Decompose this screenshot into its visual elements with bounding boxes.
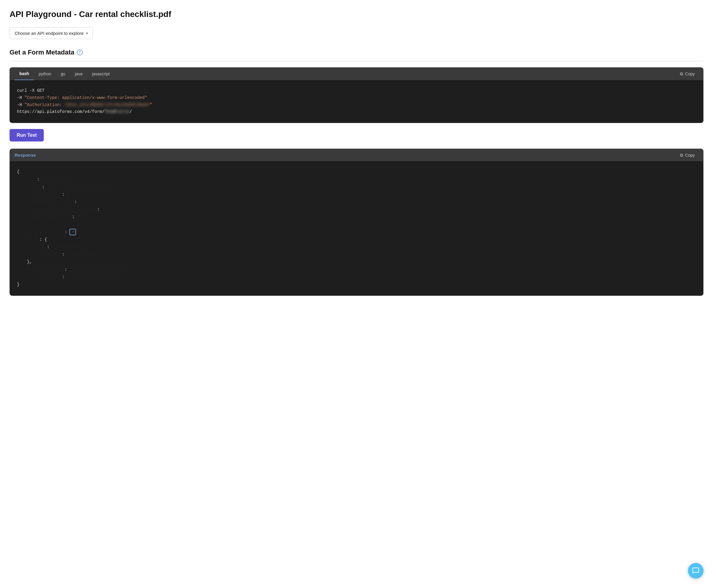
endpoint-selector-label: Choose an API endpoint to explore bbox=[15, 31, 84, 36]
response-line-pdf-open: "pdf": { bbox=[17, 236, 696, 243]
response-line-pdf-id: "id": "pdB8cprxw9", bbox=[17, 243, 696, 251]
copy-response-button[interactable]: ⧉ Copy bbox=[676, 150, 698, 160]
copy-code-button[interactable]: ⧉ Copy bbox=[676, 69, 698, 79]
external-link-icon[interactable]: ↗ bbox=[69, 229, 76, 235]
chat-icon bbox=[692, 567, 699, 574]
tab-bash[interactable]: bash bbox=[15, 68, 34, 80]
response-body: { "id": "fh3dFc1rv1", "name": "Car renta… bbox=[10, 161, 703, 295]
tab-go[interactable]: go bbox=[56, 68, 70, 80]
response-block: Response ⧉ Copy { "id": "fh3dFc1rv1", "n… bbox=[9, 149, 704, 296]
section-title: Get a Form Metadata ? bbox=[9, 48, 704, 56]
endpoint-selector[interactable]: Choose an API endpoint to explore ▾ bbox=[9, 27, 93, 39]
response-header: Response ⧉ Copy bbox=[10, 149, 703, 161]
response-line-version: "published_version": 17, bbox=[17, 198, 696, 206]
copy-icon: ⧉ bbox=[680, 71, 683, 77]
response-label: Response bbox=[15, 149, 36, 161]
copy-response-label: Copy bbox=[685, 153, 695, 158]
tab-java[interactable]: java bbox=[70, 68, 87, 80]
response-line-pdf-close: }, bbox=[17, 258, 696, 266]
copy-code-label: Copy bbox=[685, 71, 695, 76]
help-icon[interactable]: ? bbox=[77, 49, 83, 56]
response-line-blank bbox=[17, 221, 696, 229]
response-line-name: "name": "Car rental checklist.pdf", bbox=[17, 184, 696, 191]
code-block: bash python go java javascript ⧉ Copy cu… bbox=[9, 67, 704, 123]
tab-python[interactable]: python bbox=[34, 68, 56, 80]
response-line-modified: "modified_date": "2023-12-10T06:40:41Z", bbox=[17, 266, 696, 273]
code-line-3: -H "Authorization: token_xFxL3Bh08c7xFc3… bbox=[17, 102, 696, 109]
chevron-down-icon: ▾ bbox=[86, 31, 88, 36]
response-line-open: { bbox=[17, 168, 696, 176]
chat-bubble-button[interactable] bbox=[688, 563, 704, 579]
response-line-total: "total_submission": 1, bbox=[17, 213, 696, 221]
response-line-pdf-filename: "filename": "sample1.pdf" bbox=[17, 251, 696, 258]
response-line-current-version: "current_version_submission": 1, bbox=[17, 206, 696, 213]
code-body: curl -X GET \ -H "Content-Type: applicat… bbox=[10, 80, 703, 123]
tab-javascript[interactable]: javascript bbox=[87, 68, 114, 80]
copy-response-icon: ⧉ bbox=[680, 152, 683, 158]
response-line-created: "created_date": "2023-09-21T11:36:52Z" bbox=[17, 273, 696, 281]
section-title-text: Get a Form Metadata bbox=[9, 48, 75, 56]
divider bbox=[9, 61, 704, 61]
code-tabs: bash python go java javascript ⧉ Copy bbox=[10, 68, 703, 80]
response-line-close: } bbox=[17, 281, 696, 288]
code-line-1: curl -X GET \ bbox=[17, 87, 696, 94]
run-test-button[interactable]: Run Test bbox=[9, 129, 44, 142]
response-line-published: "is_published": true, bbox=[17, 191, 696, 198]
page-title: API Playground - Car rental checklist.pd… bbox=[9, 9, 704, 19]
response-line-id: "id": "fh3dFc1rv1", bbox=[17, 176, 696, 183]
response-line-url: "published_url": ↗ "https://form.platofo… bbox=[17, 229, 696, 236]
code-line-2: -H "Content-Type: application/x-www-form… bbox=[17, 94, 696, 102]
code-line-4: https://api.platoforms.com/v4/form/fh3dF… bbox=[17, 108, 696, 115]
